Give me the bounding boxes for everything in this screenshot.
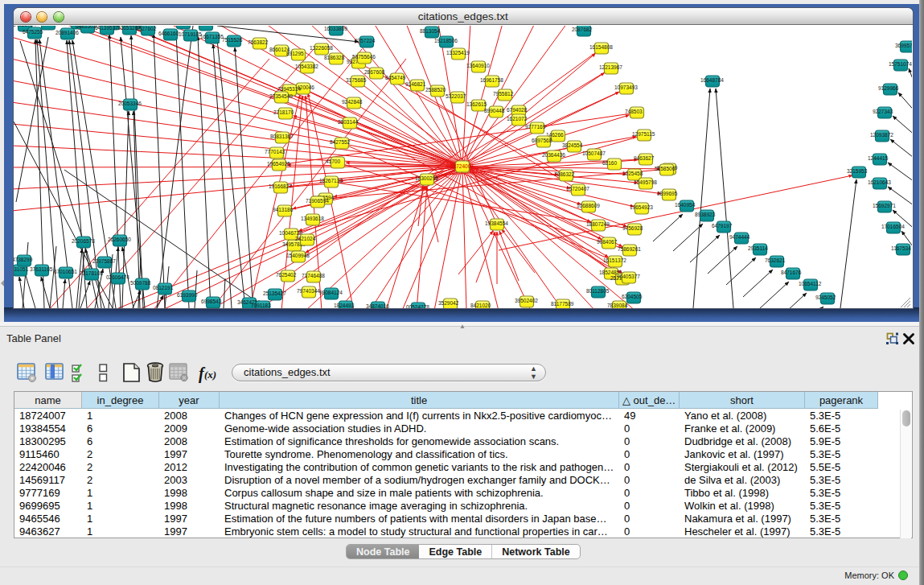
svg-text:1527602: 1527602 (136, 26, 157, 31)
svg-text:9463627: 9463627 (634, 155, 655, 161)
svg-text:20053346: 20053346 (118, 101, 142, 106)
svg-text:10543382: 10543382 (295, 64, 318, 69)
svg-text:53755646: 53755646 (352, 54, 376, 60)
svg-text:2867608: 2867608 (364, 69, 385, 75)
svg-text:3824554: 3824554 (562, 142, 583, 148)
svg-text:4738299: 4738299 (14, 257, 33, 262)
svg-text:15409948: 15409948 (286, 253, 310, 258)
svg-text:80831367: 80831367 (270, 134, 294, 139)
svg-text:10046728: 10046728 (279, 230, 302, 236)
svg-text:6794028: 6794028 (507, 107, 528, 113)
svg-text:8421020: 8421020 (470, 303, 491, 308)
svg-text:6193990: 6193990 (177, 292, 198, 298)
svg-text:1025458: 1025458 (622, 171, 643, 176)
svg-text:71746488: 71746488 (302, 273, 325, 278)
svg-text:13493618: 13493618 (301, 216, 324, 221)
svg-text:73178108: 73178108 (80, 270, 103, 276)
svg-text:15751074: 15751074 (889, 61, 912, 67)
svg-text:9357224: 9357224 (355, 38, 376, 43)
svg-text:16033809: 16033809 (324, 26, 347, 31)
svg-text:7515526: 7515526 (222, 37, 243, 43)
svg-text:8813054: 8813054 (420, 28, 441, 34)
svg-text:(x): (x) (204, 369, 216, 381)
svg-text:2087682: 2087682 (572, 27, 593, 32)
svg-text:20891406: 20891406 (55, 30, 79, 35)
svg-text:15692971: 15692971 (873, 203, 896, 208)
svg-text:79740344: 79740344 (297, 288, 320, 294)
svg-text:9474444: 9474444 (729, 234, 750, 240)
svg-text:16671355: 16671355 (200, 34, 224, 39)
svg-text:6204505: 6204505 (622, 294, 643, 299)
svg-text:80112805: 80112805 (586, 288, 610, 294)
svg-text:6897568: 6897568 (532, 138, 552, 143)
svg-text:3175685: 3175685 (346, 77, 367, 83)
svg-text:1362615: 1362615 (466, 101, 487, 107)
svg-text:2588520: 2588520 (425, 87, 446, 93)
svg-text:15495798: 15495798 (634, 179, 657, 185)
svg-text:7986322: 7986322 (554, 171, 575, 177)
svg-text:12975115: 12975115 (632, 131, 655, 137)
svg-text:5009788: 5009788 (130, 280, 151, 286)
svg-text:37631165: 37631165 (30, 266, 53, 272)
svg-text:7816184: 7816184 (194, 26, 215, 27)
svg-text:8454749: 8454749 (385, 75, 406, 80)
svg-text:9227343: 9227343 (873, 109, 893, 114)
svg-text:10719185: 10719185 (179, 31, 202, 37)
svg-text:9756928: 9756928 (622, 225, 643, 231)
svg-text:16154808: 16154808 (589, 44, 613, 50)
svg-text:16648784: 16648784 (700, 77, 724, 83)
svg-text:00524278: 00524278 (406, 304, 429, 308)
svg-text:6475255: 6475255 (23, 29, 43, 35)
svg-text:6998543: 6998543 (201, 299, 222, 304)
svg-text:1621072: 1621072 (507, 116, 528, 122)
svg-text:62160: 62160 (602, 160, 617, 166)
svg-text:10654112: 10654112 (799, 281, 822, 286)
svg-text:2803144: 2803144 (338, 119, 359, 125)
svg-text:20364436: 20364436 (542, 152, 565, 158)
svg-text:7770143: 7770143 (265, 149, 285, 154)
svg-text:18267130: 18267130 (319, 178, 343, 183)
svg-text:9242848: 9242848 (342, 99, 363, 105)
svg-text:75869261: 75869261 (618, 246, 641, 252)
svg-text:19218506: 19218506 (434, 38, 458, 43)
svg-text:98084124: 98084124 (319, 290, 343, 295)
svg-text:5322037: 5322037 (446, 93, 466, 99)
svg-text:9084067: 9084067 (597, 239, 618, 245)
svg-text:96405377: 96405377 (617, 274, 640, 279)
svg-text:15720407: 15720407 (566, 186, 589, 192)
svg-text:16961758: 16961758 (480, 77, 503, 83)
svg-text:39502402: 39502402 (515, 298, 538, 303)
svg-text:8427552: 8427552 (330, 139, 351, 145)
svg-text:9146821: 9146821 (405, 81, 426, 87)
svg-text:13640910: 13640910 (466, 63, 490, 68)
svg-text:2718170: 2718170 (273, 109, 294, 115)
svg-text:3529042: 3529042 (438, 300, 459, 306)
svg-text:1031051: 1031051 (14, 266, 29, 272)
svg-text:6479197: 6479197 (712, 223, 733, 229)
svg-text:18807249: 18807249 (586, 221, 610, 227)
svg-text:18724007: 18724007 (450, 163, 474, 169)
svg-text:18300295: 18300295 (415, 175, 438, 181)
svg-text:26260650: 26260650 (108, 237, 131, 242)
svg-text:13226058: 13226058 (310, 45, 333, 51)
svg-text:16210643: 16210643 (868, 179, 891, 185)
svg-text:748503: 748503 (625, 109, 643, 114)
svg-text:10507487: 10507487 (582, 150, 606, 156)
svg-text:41700: 41700 (326, 159, 340, 164)
svg-text:1167534: 1167534 (891, 245, 911, 251)
svg-text:7839084: 7839084 (607, 303, 628, 308)
svg-text:16151372: 16151372 (603, 257, 626, 263)
svg-text:8938923: 8938923 (695, 212, 716, 217)
svg-text:7632621: 7632621 (765, 257, 786, 263)
svg-text:2421024: 2421024 (295, 236, 316, 241)
svg-text:17016504: 17016504 (881, 224, 905, 229)
svg-text:2935114: 2935114 (748, 245, 768, 251)
svg-text:3215953: 3215953 (847, 168, 868, 174)
svg-text:36995777: 36995777 (895, 43, 912, 48)
svg-text:34874016: 34874016 (366, 303, 389, 308)
svg-text:12213967: 12213967 (599, 64, 622, 70)
svg-text:1244415: 1244415 (868, 155, 889, 161)
svg-text:71906594: 71906594 (306, 198, 329, 204)
svg-text:25135427: 25135427 (263, 290, 286, 296)
svg-text:7955812: 7955812 (493, 91, 514, 97)
